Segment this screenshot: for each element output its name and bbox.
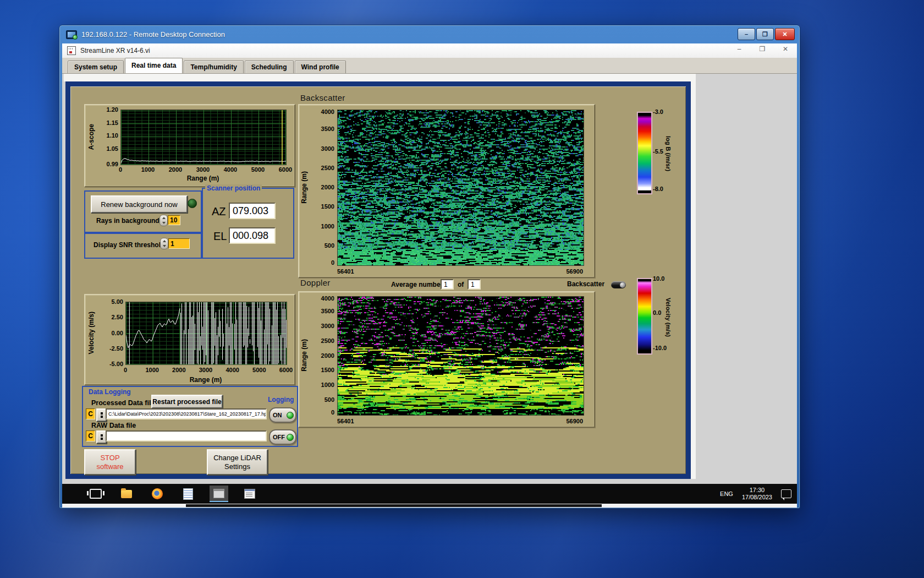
tick-label: 2500 xyxy=(321,165,334,171)
notepad-button[interactable] xyxy=(179,486,197,502)
snr-spinner[interactable] xyxy=(160,238,168,249)
language-indicator[interactable]: ENG xyxy=(720,490,733,497)
velocity-y-axis-label: Velocity (m/s) xyxy=(87,312,95,354)
toggle-knob xyxy=(620,282,625,288)
restart-processed-file-button[interactable]: Restart processed file xyxy=(151,395,223,408)
logging-label: Logging xyxy=(268,396,294,403)
tick-label: 4000 xyxy=(221,166,240,173)
ascope-plot-canvas xyxy=(120,110,287,165)
tab-real-time-data[interactable]: Real time data xyxy=(125,58,183,73)
backscatter-colorbar xyxy=(637,112,652,194)
tick-label: 4000 xyxy=(321,108,334,115)
velocity-graph: Velocity (m/s) 5.002.500.00-2.50-5.00 01… xyxy=(84,294,295,385)
rdp-minimize-button[interactable]: – xyxy=(738,28,755,40)
taskbar-clock[interactable]: 17:30 17/08/2023 xyxy=(742,487,772,501)
app-minimize-button[interactable]: – xyxy=(734,45,744,53)
clock-date: 17/08/2023 xyxy=(742,494,772,501)
az-label: AZ xyxy=(212,205,226,218)
snr-threshold-box: Display SNR threshold 1 xyxy=(84,232,202,259)
snr-value-field[interactable]: 1 xyxy=(168,238,190,249)
tab-system-setup[interactable]: System setup xyxy=(68,61,124,73)
firefox-icon xyxy=(152,488,163,499)
renew-background-button[interactable]: Renew background now xyxy=(91,195,188,213)
scan-schedule-icon xyxy=(244,489,255,499)
tab-scheduling[interactable]: Scheduling xyxy=(245,61,294,73)
tick-label: 5000 xyxy=(249,367,269,373)
app-restore-button[interactable]: ❐ xyxy=(757,45,767,53)
backscatter-toggle-switch[interactable] xyxy=(611,281,626,288)
firefox-button[interactable] xyxy=(148,486,167,502)
rdp-maximize-button[interactable]: ❐ xyxy=(756,28,774,40)
ascope-x-axis-label: Range (m) xyxy=(120,175,285,182)
app-close-button[interactable]: ✕ xyxy=(780,45,790,53)
renew-background-led xyxy=(188,199,197,208)
processed-logging-on-button[interactable]: ON xyxy=(269,407,296,423)
rdp-scrollbar-track xyxy=(62,504,797,508)
doppler-x-end-label: 56900 xyxy=(551,418,583,424)
scan-schedule-button[interactable] xyxy=(240,486,259,502)
average-number-label: Average number xyxy=(391,281,443,288)
az-value-field[interactable]: 079.003 xyxy=(229,203,276,219)
tick-label: 0 xyxy=(111,166,130,173)
average-number-field[interactable]: 1 xyxy=(441,279,454,290)
tick-label: 0 xyxy=(331,409,334,416)
rays-value-field[interactable]: 10 xyxy=(168,215,180,225)
doppler-y-axis-label: Range (m) xyxy=(300,339,308,372)
notification-center-icon[interactable] xyxy=(781,489,791,498)
streamline-app-button[interactable] xyxy=(210,486,228,502)
rays-spinner[interactable] xyxy=(160,215,168,226)
rdp-titlebar[interactable]: 192.168.0.122 - Remote Desktop Connectio… xyxy=(59,25,800,43)
change-lidar-settings-button[interactable]: Change LiDAR Settings xyxy=(207,449,268,475)
el-value-field[interactable]: 000.098 xyxy=(229,227,276,244)
tick-label: 500 xyxy=(324,396,334,403)
raw-path-field[interactable] xyxy=(106,430,267,441)
rdp-window-title: 192.168.0.122 - Remote Desktop Connectio… xyxy=(81,30,225,39)
backscatter-y-axis-label: Range (m) xyxy=(300,171,308,204)
tick-label: 2000 xyxy=(166,166,185,173)
tick-label: 3500 xyxy=(321,126,334,132)
tick-label: 2.50 xyxy=(112,314,123,320)
tick-label: 0 xyxy=(116,367,135,373)
tick-label: 1.20 xyxy=(107,106,118,113)
tab-temp-humidity[interactable]: Temp/humidity xyxy=(184,61,243,73)
task-view-button[interactable] xyxy=(86,486,105,502)
average-total-field[interactable]: 1 xyxy=(468,279,481,290)
tab-wind-profile[interactable]: Wind profile xyxy=(295,61,346,73)
tick-label: 1000 xyxy=(138,166,158,173)
tick-label: 2000 xyxy=(321,352,334,359)
rays-in-background-label: Rays in background xyxy=(96,217,160,225)
doppler-x-start-label: 56401 xyxy=(337,418,354,424)
backscatter-colorbar-min: -8.0 xyxy=(653,186,663,192)
velocity-x-axis-label: Range (m) xyxy=(125,376,286,384)
tick-label: 1.05 xyxy=(107,145,118,152)
backscatter-graph: Range (m) 400035003000250020001500100050… xyxy=(298,104,595,278)
off-label: OFF xyxy=(273,434,287,440)
taskbar: ENG 17:30 17/08/2023 xyxy=(62,484,797,504)
remote-desktop-window: 192.168.0.122 - Remote Desktop Connectio… xyxy=(59,25,800,509)
velocity-plot-canvas xyxy=(125,302,287,365)
tick-label: 2500 xyxy=(321,337,334,344)
tick-label: 5000 xyxy=(248,166,268,173)
app-titlebar[interactable]: StreamLine XR v14-6.vi – ❐ ✕ xyxy=(62,43,797,58)
off-led xyxy=(287,434,294,441)
rdp-close-button[interactable]: ✕ xyxy=(775,28,795,40)
ascope-x-ticks: 0100020003000400050006000 xyxy=(120,166,287,173)
processed-drive-button[interactable]: C xyxy=(86,408,95,419)
backscatter-colorbar-label: log B (/m/sr) xyxy=(665,136,672,171)
tick-label: 3000 xyxy=(196,367,216,373)
raw-drive-button[interactable]: C xyxy=(86,430,95,441)
file-explorer-button[interactable] xyxy=(117,486,136,502)
desktop: 192.168.0.122 - Remote Desktop Connectio… xyxy=(0,0,924,578)
data-logging-box: Data Logging Processed Data file Restart… xyxy=(82,386,298,447)
processed-path-field[interactable]: C:\Lidar\Data\Proc\2023\202308\20230817\… xyxy=(106,408,267,419)
scanner-position-title: Scanner position xyxy=(205,184,262,192)
stop-software-button[interactable]: STOP software xyxy=(84,449,136,475)
ascope-y-axis-label: A-scope xyxy=(87,124,95,150)
backscatter-title: Backscatter xyxy=(300,93,345,102)
raw-logging-off-button[interactable]: OFF xyxy=(269,429,296,445)
browse-glyph-icon xyxy=(101,412,103,415)
doppler-colorbar-max: 10.0 xyxy=(653,275,664,282)
rdp-scrollbar-thumb[interactable] xyxy=(186,504,602,507)
tick-label: 4000 xyxy=(223,367,243,373)
task-view-icon xyxy=(90,489,102,499)
